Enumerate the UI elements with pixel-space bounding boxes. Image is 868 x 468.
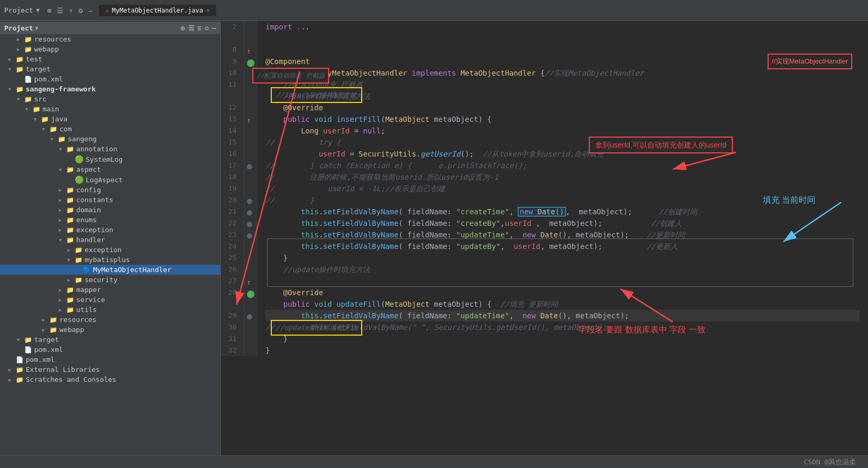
tree-item-exception2[interactable]: ▶ 📁 exception: [0, 245, 220, 255]
tree-item-com[interactable]: ▼ 📁 com: [0, 124, 220, 134]
target-icon[interactable]: ⊕: [47, 6, 51, 15]
tab-label: MyMetaObjectHandler.java: [112, 7, 203, 14]
project-label: Project: [4, 6, 33, 14]
tree-item-utils[interactable]: ▶ 📁 utils: [0, 305, 220, 315]
header-target-icon[interactable]: ⊕: [181, 24, 185, 32]
code-lines[interactable]: import ... @Component public class MyMet…: [257, 21, 868, 356]
tree-item-logaspect[interactable]: ▶ 🟢 LogAspect: [0, 174, 220, 185]
line-numbers: 2 8 9 10 11 12 13 14 15 16 17 18 19 20: [221, 21, 244, 356]
tree-item-scratches[interactable]: ▶ 📁 Scratches and Consoles: [0, 375, 220, 384]
tree-item-resources2[interactable]: ▶ 📁 resources: [0, 315, 220, 325]
tree-item-service[interactable]: ▶ 📁 service: [0, 295, 220, 305]
tree-item-security[interactable]: ▶ 📁 security: [0, 275, 220, 285]
tree-item-constants[interactable]: ▶ 📁 constants: [0, 195, 220, 205]
tab-close-icon[interactable]: ×: [206, 7, 210, 14]
tab-file-icon: ☕: [105, 7, 109, 14]
tree-item-java[interactable]: ▼ 📁 java: [0, 114, 220, 124]
tree-item-mybatisplus[interactable]: ▼ 📁 mybatisplus: [0, 255, 220, 265]
tree-item-config[interactable]: ▶ 📁 config: [0, 185, 220, 195]
tree-item-sangeng[interactable]: ▼ 📁 sangeng-framework: [0, 84, 220, 94]
tree-item-pom2[interactable]: ▶ 📄 pom.xml: [0, 345, 220, 355]
tree-item-external-libs[interactable]: ▶ 📁 External Libraries: [0, 365, 220, 375]
project-header-title: Project: [4, 24, 33, 32]
tree-item-webapp2[interactable]: ▶ 📁 webapp: [0, 325, 220, 335]
align-icon[interactable]: ☰: [57, 6, 64, 15]
tree-item-sangeng2[interactable]: ▼ 📁 sangeng: [0, 134, 220, 144]
project-header: Project ▼ ⊕ ☰ ≡ ⚙ —: [0, 22, 220, 34]
header-filter-icon[interactable]: ≡: [198, 24, 202, 32]
sidebar: Project ▼ ⊕ ☰ ≡ ⚙ — ▶ 📁 resources ▶ 📁 we…: [0, 21, 221, 455]
header-dropdown-icon[interactable]: ▼: [35, 25, 38, 31]
tree-item-systemlog[interactable]: ▶ 🟢 SystemLog: [0, 154, 220, 164]
tree-item-mapper[interactable]: ▶ 📁 mapper: [0, 285, 220, 295]
code-editor[interactable]: 2 8 9 10 11 12 13 14 15 16 17 18 19 20: [221, 21, 868, 455]
tree-item-mymetaobject[interactable]: ▶ 🔵 MyMetaObjectHandler: [0, 265, 220, 275]
tree-item-test[interactable]: ▶ 📁 test: [0, 54, 220, 64]
file-tab[interactable]: ☕ MyMetaObjectHandler.java ×: [99, 5, 216, 16]
tree-item-annotation[interactable]: ▼ 📁 annotation: [0, 144, 220, 154]
tree-item-src[interactable]: ▼ 📁 src: [0, 94, 220, 104]
tree-item-enums[interactable]: ▶ 📁 enums: [0, 215, 220, 225]
tree-item-pom3[interactable]: ▶ 📄 pom.xml: [0, 355, 220, 365]
minimize-icon[interactable]: —: [88, 6, 93, 15]
tree-item-main[interactable]: ▼ 📁 main: [0, 104, 220, 114]
header-minimize-icon[interactable]: —: [212, 24, 216, 32]
tree-item-aspect[interactable]: ▼ 📁 aspect: [0, 164, 220, 174]
gutter: ↑ ⬤ ↑ ⬤ ⬤ ⬤: [244, 21, 257, 356]
header-settings-icon[interactable]: ⚙: [205, 24, 209, 32]
watermark: CSDN @风也温柔ゞ: [804, 457, 863, 467]
dropdown-icon[interactable]: ▼: [36, 7, 40, 14]
tree-item-exception[interactable]: ▶ 📁 exception: [0, 225, 220, 235]
tree-item-resources1[interactable]: ▶ 📁 resources: [0, 34, 220, 44]
filter-icon[interactable]: ⚡: [69, 6, 73, 15]
header-align-icon[interactable]: ☰: [188, 24, 195, 32]
tree-item-domain[interactable]: ▶ 📁 domain: [0, 205, 220, 215]
settings-icon[interactable]: ⚙: [78, 6, 83, 15]
tree-item-target2[interactable]: ▼ 📁 target: [0, 335, 220, 345]
title-bar: Project ▼ ⊕ ☰ ⚡ ⚙ — ☕ MyMetaObjectHandle…: [0, 0, 868, 21]
tree-item-pom1[interactable]: ▶ 📄 pom.xml: [0, 74, 220, 84]
tree-item-handler[interactable]: ▼ 📁 handler: [0, 235, 220, 245]
status-bar: CSDN @风也温柔ゞ: [0, 455, 868, 468]
tree-item-webapp1[interactable]: ▶ 📁 webapp: [0, 44, 220, 54]
tree-item-target1[interactable]: ▼ 📁 target: [0, 64, 220, 74]
